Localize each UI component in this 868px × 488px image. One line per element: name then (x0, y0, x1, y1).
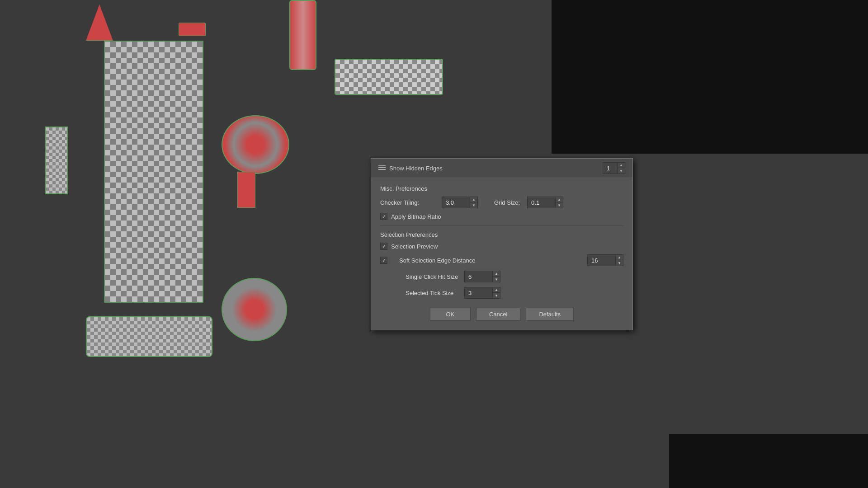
selection-prefs-label: Selection Preferences (380, 231, 623, 238)
hidden-edges-input[interactable]: 1 ▲ ▼ (603, 162, 625, 174)
soft-selection-down[interactable]: ▼ (616, 260, 623, 266)
checker-tiling-up[interactable]: ▲ (470, 197, 477, 202)
apply-bitmap-ratio-label: Apply Bitmap Ratio (391, 213, 441, 220)
object-circle-2 (222, 278, 287, 341)
checker-grid-row: Checker Tiling: 3.0 ▲ ▼ Grid Size: 0.1 ▲… (380, 197, 623, 208)
grip-icon (378, 165, 386, 171)
cancel-button[interactable]: Cancel (476, 308, 520, 321)
object-panel (45, 127, 68, 194)
hidden-edges-down[interactable]: ▼ (618, 168, 625, 174)
single-click-hit-input[interactable]: 6 ▲ ▼ (464, 271, 500, 282)
object-camera (335, 59, 443, 95)
preferences-dialog: Show Hidden Edges 1 ▲ ▼ Misc. Preference… (371, 158, 633, 330)
selected-tick-down[interactable]: ▼ (493, 293, 500, 298)
dark-corner (552, 0, 868, 154)
hidden-edges-up[interactable]: ▲ (618, 163, 625, 168)
soft-selection-up[interactable]: ▲ (616, 255, 623, 260)
grid-size-label: Grid Size: (494, 199, 520, 206)
selection-preview-checkbox[interactable] (380, 243, 387, 250)
dark-bottom-right (669, 434, 868, 488)
ok-button[interactable]: OK (430, 308, 471, 321)
selected-tick-input[interactable]: 3 ▲ ▼ (464, 287, 500, 299)
defaults-button[interactable]: Defaults (526, 308, 574, 321)
selection-preview-row: Selection Preview (380, 243, 623, 250)
selected-tick-label: Selected Tick Size (406, 290, 464, 296)
soft-selection-label: Soft Selection Edge Distance (399, 257, 475, 264)
object-tray (86, 316, 212, 357)
apply-bitmap-ratio-checkbox[interactable] (380, 213, 387, 220)
single-click-hit-down[interactable]: ▼ (493, 277, 500, 282)
grid-size-down[interactable]: ▼ (556, 202, 563, 208)
object-small-drip (237, 172, 255, 208)
checker-tiling-label: Checker Tiling: (380, 199, 434, 206)
soft-selection-checkbox[interactable] (380, 257, 387, 264)
object-circle-1 (222, 115, 289, 174)
soft-selection-row: Soft Selection Edge Distance 16 ▲ ▼ (380, 254, 623, 266)
object-speaker-cabinet (104, 41, 203, 303)
object-cylinder (289, 0, 316, 70)
hidden-edges-label: Show Hidden Edges (389, 165, 443, 172)
dialog-body: Misc. Preferences Checker Tiling: 3.0 ▲ … (371, 178, 632, 330)
single-click-hit-up[interactable]: ▲ (493, 271, 500, 277)
checker-tiling-input[interactable]: 3.0 ▲ ▼ (442, 197, 478, 208)
dialog-buttons-row: OK Cancel Defaults (380, 308, 623, 323)
object-small-1 (179, 23, 206, 36)
selection-preview-label: Selection Preview (391, 243, 438, 250)
soft-selection-input[interactable]: 16 ▲ ▼ (587, 254, 623, 266)
dialog-scrolled-header: Show Hidden Edges 1 ▲ ▼ (371, 159, 632, 178)
object-cone (86, 5, 113, 41)
divider-1 (380, 225, 623, 226)
selected-tick-up[interactable]: ▲ (493, 287, 500, 293)
single-click-hit-row: Single Click Hit Size 6 ▲ ▼ (380, 271, 623, 282)
single-click-hit-label: Single Click Hit Size (406, 273, 464, 280)
grid-size-up[interactable]: ▲ (556, 197, 563, 202)
grid-size-input[interactable]: 0.1 ▲ ▼ (527, 197, 563, 208)
apply-bitmap-ratio-row: Apply Bitmap Ratio (380, 213, 623, 220)
misc-prefs-label: Misc. Preferences (380, 185, 623, 192)
checker-tiling-down[interactable]: ▼ (470, 202, 477, 208)
selected-tick-row: Selected Tick Size 3 ▲ ▼ (380, 287, 623, 299)
